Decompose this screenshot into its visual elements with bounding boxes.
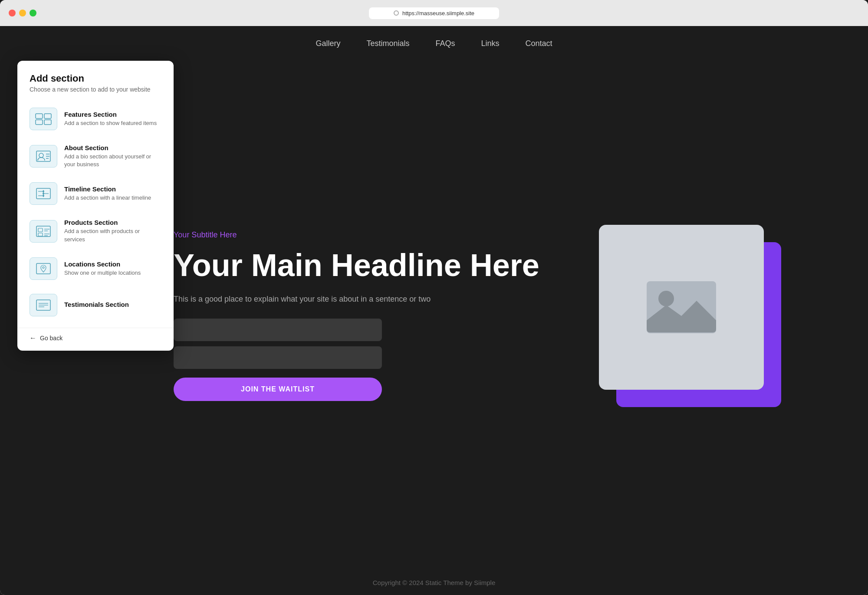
products-section-item[interactable]: Products Section Add a section with prod… <box>24 213 167 249</box>
hero-input-1[interactable] <box>174 319 382 341</box>
features-section-item[interactable]: Features Section Add a section to show f… <box>24 102 167 136</box>
security-icon <box>394 10 399 16</box>
testimonials-item-content: Testimonials Section <box>64 301 161 309</box>
about-section-item[interactable]: About Section Add a bio section about yo… <box>24 138 167 174</box>
svg-point-15 <box>43 195 44 197</box>
hero-inputs <box>174 319 564 369</box>
svg-rect-2 <box>36 114 43 118</box>
go-back-label: Go back <box>40 335 62 342</box>
maximize-dot[interactable] <box>30 10 36 16</box>
hero-title: Your Main Headline Here <box>174 248 564 283</box>
about-item-content: About Section Add a bio section about yo… <box>64 144 161 168</box>
timeline-item-title: Timeline Section <box>64 185 161 193</box>
browser-dots <box>9 10 36 16</box>
panel-subtitle: Choose a new section to add to your webs… <box>30 86 161 93</box>
svg-rect-5 <box>44 120 51 125</box>
image-placeholder <box>599 225 764 390</box>
go-back-button[interactable]: ← Go back <box>30 334 62 342</box>
minimize-dot[interactable] <box>19 10 26 16</box>
main-area: Gallery Testimonials FAQs Links Contact … <box>0 26 868 595</box>
join-waitlist-button[interactable]: JOIN THE WAITLIST <box>174 378 382 401</box>
locations-icon <box>30 257 57 280</box>
nav-gallery[interactable]: Gallery <box>316 39 340 48</box>
hero-desc: This is a good place to explain what you… <box>174 293 564 306</box>
panel-title: Add section <box>30 73 161 84</box>
svg-rect-23 <box>38 233 43 236</box>
hero-image-container <box>599 225 781 407</box>
features-item-title: Features Section <box>64 111 161 118</box>
panel-footer: ← Go back <box>17 328 174 351</box>
about-item-desc: Add a bio section about yourself or your… <box>64 153 161 168</box>
testimonials-item-title: Testimonials Section <box>64 301 161 308</box>
url-bar[interactable]: https://masseuse.siimple.site <box>369 7 499 19</box>
svg-point-1 <box>658 291 674 306</box>
locations-item-desc: Show one or multiple locations <box>64 269 161 277</box>
nav-faqs[interactable]: FAQs <box>435 39 455 48</box>
svg-point-13 <box>43 191 44 192</box>
testimonials-section-item[interactable]: Testimonials Section <box>24 288 167 322</box>
timeline-item-desc: Add a section with a linear timeline <box>64 194 161 202</box>
svg-rect-3 <box>44 114 51 118</box>
svg-point-7 <box>39 153 43 158</box>
nav-links[interactable]: Links <box>481 39 500 48</box>
hero-input-2[interactable] <box>174 346 382 369</box>
products-item-title: Products Section <box>64 219 161 226</box>
timeline-section-item[interactable]: Timeline Section Add a section with a li… <box>24 176 167 211</box>
products-item-content: Products Section Add a section with prod… <box>64 219 161 243</box>
hero-text: Your Subtitle Here Your Main Headline He… <box>174 230 564 401</box>
panel-items-list: Features Section Add a section to show f… <box>17 98 174 326</box>
features-item-desc: Add a section to show featured items <box>64 119 161 127</box>
locations-item-title: Locations Section <box>64 260 161 268</box>
locations-item-content: Locations Section Show one or multiple l… <box>64 260 161 277</box>
hero-subtitle: Your Subtitle Here <box>174 230 564 240</box>
preview-footer: Copyright © 2024 Static Theme by Siimple <box>0 570 868 595</box>
panel-header: Add section Choose a new section to add … <box>17 61 174 98</box>
testimonials-icon <box>30 294 57 316</box>
browser-chrome: https://masseuse.siimple.site <box>0 0 868 26</box>
go-back-arrow-icon: ← <box>30 334 36 342</box>
svg-point-27 <box>43 266 44 268</box>
features-icon <box>30 108 57 130</box>
timeline-item-content: Timeline Section Add a section with a li… <box>64 185 161 202</box>
close-dot[interactable] <box>9 10 16 16</box>
products-icon <box>30 220 57 243</box>
about-item-title: About Section <box>64 144 161 151</box>
svg-rect-4 <box>36 120 43 125</box>
nav-contact[interactable]: Contact <box>526 39 552 48</box>
about-icon <box>30 145 57 168</box>
browser-window: https://masseuse.siimple.site Gallery Te… <box>0 0 868 595</box>
timeline-icon <box>30 182 57 205</box>
features-item-content: Features Section Add a section to show f… <box>64 111 161 127</box>
products-item-desc: Add a section with products or services <box>64 227 161 243</box>
locations-section-item[interactable]: Locations Section Show one or multiple l… <box>24 251 167 286</box>
nav-testimonials[interactable]: Testimonials <box>366 39 409 48</box>
preview-nav: Gallery Testimonials FAQs Links Contact <box>0 26 868 61</box>
svg-rect-20 <box>38 228 43 232</box>
add-section-panel: Add section Choose a new section to add … <box>17 61 174 351</box>
svg-rect-19 <box>36 226 50 237</box>
placeholder-image-icon <box>642 277 720 338</box>
svg-point-14 <box>43 193 44 194</box>
url-text: https://masseuse.siimple.site <box>402 10 474 16</box>
